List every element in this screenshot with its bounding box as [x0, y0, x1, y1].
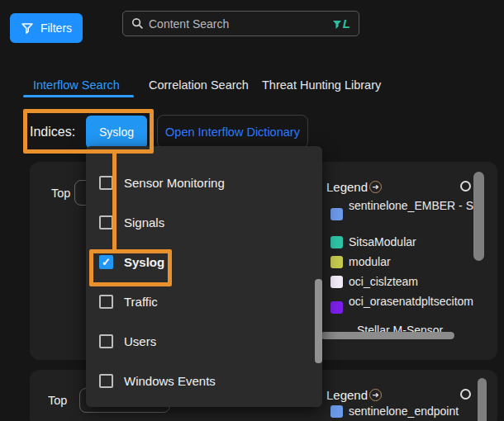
checkbox[interactable]: [99, 176, 113, 190]
tab-threat-hunting-library[interactable]: Threat Hunting Library: [262, 78, 381, 92]
dropdown-option-traffic[interactable]: Traffic: [99, 295, 158, 309]
open-interflow-dictionary-box[interactable]: Open Interflow Dictionary: [157, 115, 308, 149]
dropdown-option-users[interactable]: Users: [99, 334, 156, 348]
legend-title: Legend: [326, 388, 368, 402]
top-label: Top: [51, 187, 70, 200]
dropdown-option-label: Sensor Monitoring: [124, 176, 225, 190]
search-icon: [131, 17, 144, 30]
legend-item[interactable]: sentinelone_endpoint: [330, 404, 459, 418]
checkbox[interactable]: [99, 374, 113, 388]
legend-swatch: [330, 405, 343, 418]
dropdown-option-label: Users: [124, 334, 156, 348]
dropdown-option-syslog[interactable]: Syslog: [99, 255, 164, 269]
vertical-scrollbar-thumb[interactable]: [478, 378, 487, 421]
legend-circle-icon[interactable]: [460, 181, 471, 192]
open-interflow-dictionary-link[interactable]: Open Interflow Dictionary: [165, 125, 300, 139]
tab-interflow-search[interactable]: Interflow Search: [33, 78, 120, 92]
legend-expand-arrow-icon[interactable]: ➜: [369, 389, 382, 401]
legend-title: Legend: [326, 180, 368, 194]
dropdown-scrollbar-thumb[interactable]: [315, 279, 322, 363]
legend-swatch: [330, 236, 343, 248]
legend-item[interactable]: SitsaModular: [330, 235, 416, 248]
filter-funnel-icon: [21, 22, 34, 35]
indices-dropdown-menu: Sensor Monitoring Signals Syslog Traffic…: [86, 146, 322, 407]
legend-item-label: sentinelone_EMBER - S: [349, 199, 473, 220]
dropdown-option-label: Syslog: [124, 255, 164, 269]
legend-item[interactable]: modular: [330, 255, 391, 268]
filters-button[interactable]: Filters: [10, 13, 83, 43]
tab-correlation-search[interactable]: Correlation Search: [149, 78, 249, 92]
dropdown-option-label: Signals: [124, 215, 164, 229]
legend-item-label: oci_orasenatdpltsecitom: [349, 295, 473, 314]
legend-swatch: [330, 276, 343, 288]
legend-expand-arrow-icon[interactable]: ➜: [369, 181, 382, 193]
dropdown-option-sensor-monitoring[interactable]: Sensor Monitoring: [99, 176, 225, 190]
legend-item-label: SitsaModular: [349, 235, 416, 248]
filters-button-label: Filters: [40, 21, 72, 35]
legend-swatch: [330, 208, 343, 220]
legend-swatch: [330, 256, 343, 268]
vertical-scrollbar-thumb[interactable]: [473, 172, 484, 261]
active-tab-underline: [23, 95, 134, 97]
legend-swatch: [330, 301, 343, 314]
top-label: Top: [48, 394, 67, 407]
legend-item[interactable]: oci_orasenatdpltsecitom: [330, 295, 479, 314]
indices-label: Indices:: [30, 125, 75, 140]
legend-item[interactable]: oci_cislzteam: [330, 275, 418, 288]
horizontal-scrollbar-thumb[interactable]: [321, 332, 454, 339]
indices-selected-button[interactable]: Syslog: [86, 116, 147, 149]
legend-item[interactable]: sentinelone_EMBER - S: [330, 199, 475, 220]
legend-item-label: oci_cislzteam: [349, 275, 418, 288]
checkbox[interactable]: [99, 295, 113, 309]
lucene-query-toggle-icon[interactable]: L: [333, 17, 350, 30]
legend-item-label: sentinelone_endpoint: [349, 404, 459, 418]
dropdown-option-windows-events[interactable]: Windows Events: [99, 374, 216, 388]
checkbox[interactable]: [99, 215, 113, 229]
content-search-box: L: [122, 11, 359, 36]
dropdown-option-signals[interactable]: Signals: [99, 215, 164, 229]
checkbox[interactable]: [99, 255, 113, 269]
dropdown-option-label: Windows Events: [124, 374, 216, 388]
legend-item-label: modular: [349, 255, 391, 268]
content-search-input[interactable]: [149, 17, 328, 31]
checkbox[interactable]: [99, 334, 113, 348]
dropdown-option-label: Traffic: [124, 295, 158, 309]
legend-circle-icon[interactable]: [460, 389, 471, 400]
